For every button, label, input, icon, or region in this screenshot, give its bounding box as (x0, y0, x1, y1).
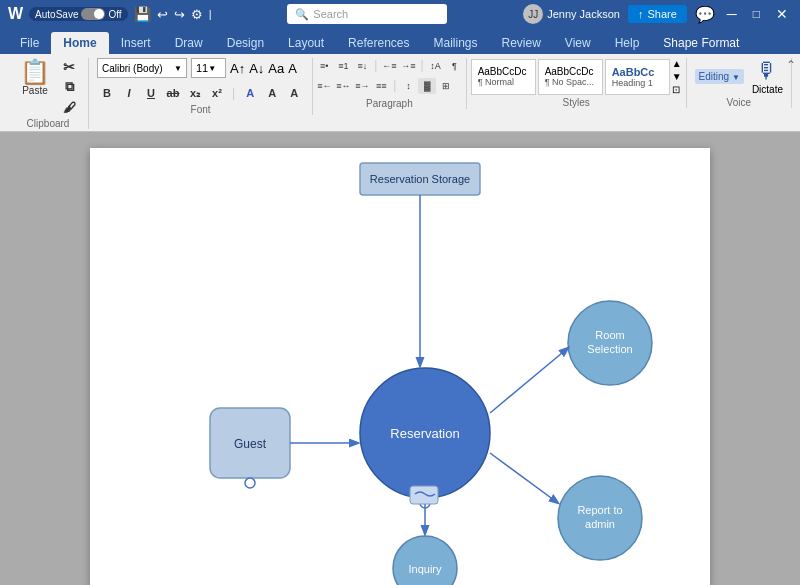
ribbon-collapse-btn[interactable]: ⌃ (786, 58, 796, 72)
font-name-value: Calibri (Body) (102, 63, 163, 74)
font-color-button[interactable]: A (284, 84, 304, 102)
tab-mailings[interactable]: Mailings (421, 32, 489, 54)
strikethrough-button[interactable]: ab (163, 84, 183, 102)
borders-btn[interactable]: ⊞ (437, 78, 455, 94)
styles-expand-btn[interactable]: ⊡ (672, 84, 682, 95)
autosave-state: Off (108, 9, 121, 20)
subscript-button[interactable]: x₂ (185, 84, 205, 102)
font-size-selector[interactable]: 11 ▼ (191, 58, 226, 78)
bold-button[interactable]: B (97, 84, 117, 102)
multilevel-list-btn[interactable]: ≡↓ (353, 58, 371, 74)
tab-view[interactable]: View (553, 32, 603, 54)
show-hide-btn[interactable]: ¶ (446, 58, 464, 74)
styles-scroll-up-btn[interactable]: ▲ (672, 58, 682, 69)
ordered-list-btn[interactable]: ≡1 (334, 58, 352, 74)
italic-button[interactable]: I (119, 84, 139, 102)
autosave-toggle[interactable]: AutoSave Off (29, 7, 128, 21)
maximize-btn[interactable]: □ (749, 7, 764, 21)
ribbon: 📋 Paste ✂ ⧉ 🖌 Clipboard Calibri (Body) ▼… (0, 54, 800, 132)
comments-icon[interactable]: 💬 (695, 5, 715, 24)
paragraph-group: ≡• ≡1 ≡↓ | ←≡ →≡ | ↕A ¶ ≡← ≡↔ ≡→ ≡≡ | ↕ … (313, 58, 466, 109)
justify-btn[interactable]: ≡≡ (372, 78, 390, 94)
paste-icon: 📋 (20, 60, 50, 84)
paragraph-row2: ≡← ≡↔ ≡→ ≡≡ | ↕ ▓ ⊞ (315, 78, 463, 94)
tab-home[interactable]: Home (51, 32, 108, 54)
tab-design[interactable]: Design (215, 32, 276, 54)
font-name-selector[interactable]: Calibri (Body) ▼ (97, 58, 187, 78)
editing-dropdown-icon[interactable]: ▼ (732, 73, 740, 82)
voice-content: Editing ▼ 🎙 Dictate (695, 58, 783, 95)
style-heading1-preview: AaBbCc (612, 66, 663, 78)
shading-btn[interactable]: ▓ (418, 78, 436, 94)
svg-line-11 (490, 453, 558, 503)
cut-button[interactable]: ✂ (58, 58, 80, 76)
user-name: Jenny Jackson (547, 8, 620, 20)
styles-row: AaBbCcDc ¶ Normal AaBbCcDc ¶ No Spac... … (471, 58, 682, 95)
reservation-storage-label: Reservation Storage (370, 173, 470, 185)
search-bar[interactable]: 🔍 Search (287, 4, 447, 24)
format-painter-button[interactable]: 🖌 (58, 98, 80, 116)
close-btn[interactable]: ✕ (772, 6, 792, 22)
paragraph-row1: ≡• ≡1 ≡↓ | ←≡ →≡ | ↕A ¶ (315, 58, 463, 74)
line-spacing-btn[interactable]: ↕ (399, 78, 417, 94)
tab-shape-format[interactable]: Shape Format (651, 32, 751, 54)
tab-layout[interactable]: Layout (276, 32, 336, 54)
highlight-button[interactable]: A (262, 84, 282, 102)
clear-format-icon[interactable]: A (288, 61, 297, 76)
align-left-btn[interactable]: ≡← (315, 78, 333, 94)
increase-indent-btn[interactable]: →≡ (399, 58, 417, 74)
decrease-font-icon[interactable]: A↓ (249, 61, 264, 76)
dictate-icon[interactable]: 🎙 (756, 58, 778, 84)
styles-group: AaBbCcDc ¶ Normal AaBbCcDc ¶ No Spac... … (467, 58, 687, 108)
align-center-btn[interactable]: ≡↔ (334, 78, 352, 94)
styles-scroll-down-btn[interactable]: ▼ (672, 71, 682, 82)
underline-button[interactable]: U (141, 84, 161, 102)
tab-references[interactable]: References (336, 32, 421, 54)
align-right-btn[interactable]: ≡→ (353, 78, 371, 94)
increase-font-icon[interactable]: A↑ (230, 61, 245, 76)
paste-button[interactable]: 📋 Paste (16, 58, 54, 98)
user-info: JJ Jenny Jackson (523, 4, 620, 24)
unordered-list-btn[interactable]: ≡• (315, 58, 333, 74)
superscript-button[interactable]: x² (207, 84, 227, 102)
font-size-dropdown-icon[interactable]: ▼ (208, 64, 216, 73)
tab-draw[interactable]: Draw (163, 32, 215, 54)
share-button[interactable]: ↑ Share (628, 5, 687, 23)
font-label: Font (191, 104, 211, 115)
change-case-icon[interactable]: Aa (268, 61, 284, 76)
style-normal[interactable]: AaBbCcDc ¶ Normal (471, 59, 536, 95)
tab-review[interactable]: Review (490, 32, 553, 54)
minimize-btn[interactable]: ─ (723, 6, 741, 22)
paste-label: Paste (22, 85, 48, 96)
editing-label: Editing (699, 71, 730, 82)
undo-icon[interactable]: ↩ (157, 7, 168, 22)
font-size-value: 11 (196, 62, 208, 74)
tab-file[interactable]: File (8, 32, 51, 54)
style-no-space[interactable]: AaBbCcDc ¶ No Spac... (538, 59, 603, 95)
voice-label: Voice (727, 97, 751, 108)
clipboard-small-btns: ✂ ⧉ 🖌 (58, 58, 80, 116)
editing-section: Editing ▼ (695, 69, 744, 84)
tab-help[interactable]: Help (603, 32, 652, 54)
search-icon: 🔍 (295, 8, 309, 21)
document-page[interactable]: Reservation Storage Room Selection Guest… (90, 148, 710, 585)
inquiry-label: Inquiry (408, 563, 442, 575)
style-heading1[interactable]: AaBbCc Heading 1 (605, 59, 670, 95)
save-icon[interactable]: 💾 (134, 6, 151, 22)
svg-point-5 (393, 536, 457, 585)
style-nospace-label: ¶ No Spac... (545, 77, 596, 87)
sort-btn[interactable]: ↕A (427, 58, 445, 74)
redo-icon[interactable]: ↪ (174, 7, 185, 22)
tab-insert[interactable]: Insert (109, 32, 163, 54)
voice-group: Editing ▼ 🎙 Dictate Voice (687, 58, 792, 108)
style-normal-label: ¶ Normal (478, 77, 529, 87)
editing-badge[interactable]: Editing ▼ (695, 69, 744, 84)
autosave-toggle-switch[interactable] (81, 8, 105, 20)
font-name-dropdown-icon[interactable]: ▼ (174, 64, 182, 73)
text-effects-button[interactable]: A (240, 84, 260, 102)
customize-icon[interactable]: ⚙ (191, 7, 203, 22)
copy-button[interactable]: ⧉ (58, 78, 80, 96)
style-nospace-preview: AaBbCcDc (545, 66, 596, 77)
reservation-label: Reservation (390, 426, 459, 441)
decrease-indent-btn[interactable]: ←≡ (380, 58, 398, 74)
